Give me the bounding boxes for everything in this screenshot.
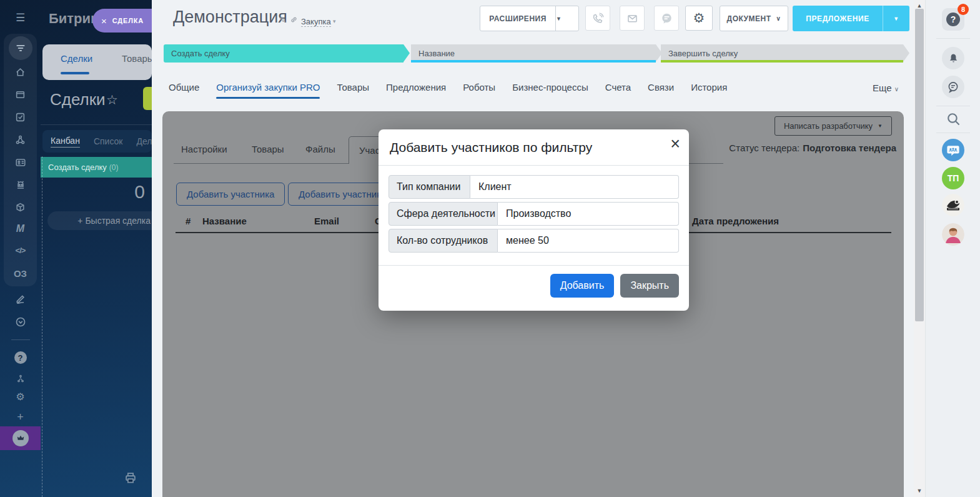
view-activities[interactable]: Дела: [136, 136, 152, 146]
pipeline-stage-name[interactable]: Название: [411, 44, 656, 63]
company-logo-avatar[interactable]: [942, 194, 964, 216]
tasks-check-icon[interactable]: [0, 111, 41, 123]
kanban-column-total: 0: [75, 181, 145, 203]
rail-divider: [936, 38, 970, 39]
stage-underline: [411, 60, 656, 63]
tab-general[interactable]: Общие: [169, 82, 199, 94]
edit-pencil-icon[interactable]: ✎: [279, 15, 287, 25]
user-avatar-initials[interactable]: ТП: [942, 167, 964, 189]
home-icon[interactable]: [0, 66, 41, 78]
tab-products[interactable]: Товары: [337, 82, 369, 94]
marketing-icon[interactable]: M: [0, 224, 41, 234]
tab-business-processes[interactable]: Бизнес-процессы: [512, 82, 588, 94]
employees-label: Кол-во сотрудников: [389, 229, 498, 253]
stage-label: Название: [418, 49, 455, 58]
add-deal-button-fragment[interactable]: [143, 87, 152, 110]
network-share-icon[interactable]: [0, 134, 41, 145]
document-caret-icon: ∨: [776, 15, 781, 22]
more-caret-icon: ∨: [894, 86, 899, 93]
tab-invoices[interactable]: Счета: [605, 82, 631, 94]
email-button[interactable]: [620, 6, 645, 31]
bot-icon[interactable]: [0, 179, 41, 191]
chip-close-icon[interactable]: ×: [101, 16, 107, 26]
subscription-item[interactable]: [0, 426, 41, 450]
user-avatar-photo[interactable]: [942, 223, 964, 246]
settings-gear-button[interactable]: ⚙: [685, 6, 713, 31]
copy-link-icon[interactable]: [290, 15, 298, 26]
modal-add-button[interactable]: Добавить: [550, 274, 615, 298]
sites-window-icon[interactable]: [0, 89, 41, 100]
help-button[interactable]: ? 8: [942, 8, 964, 31]
tab-organize-purchases-pro[interactable]: Организуй закупки PRO: [216, 82, 320, 94]
modal-title: Добавить участников по фильтру: [390, 140, 592, 155]
settings-gear-icon[interactable]: ⚙: [0, 392, 41, 402]
extensions-button[interactable]: РАСШИРЕНИЯ ▼: [480, 6, 579, 31]
right-rail: ? 8 ТП: [925, 0, 980, 497]
crm-funnel-icon[interactable]: [9, 36, 32, 60]
employees-field[interactable]: менее 50: [498, 229, 679, 253]
rail-divider: [936, 106, 970, 106]
call-phone-button[interactable]: [585, 6, 610, 31]
notifications-bell-icon[interactable]: [942, 47, 964, 69]
stage-underline: [661, 60, 903, 63]
scrollbar-thumb[interactable]: [915, 9, 924, 321]
deal-slider-panel: Демонстрация ✎ Закупка ▾ РАСШИРЕНИЯ ▼ ⚙ …: [152, 0, 914, 497]
filter-row-employees: Кол-во сотрудников менее 50: [389, 229, 679, 253]
app-content-panel: Написать разработчику ▼ Статус тендера:П…: [162, 111, 904, 497]
crown-icon: [12, 430, 29, 446]
more-label: Еще: [873, 83, 892, 93]
stage-label: Создать сделку: [171, 49, 230, 58]
printer-icon[interactable]: [124, 471, 137, 487]
oz-icon[interactable]: ОЗ: [0, 269, 41, 278]
quick-deal-button[interactable]: + Быстрая сделка: [47, 211, 152, 230]
filter-row-industry: Сфера деятельности Производство: [389, 202, 679, 226]
more-chevron-icon[interactable]: [0, 316, 41, 328]
industry-label: Сфера деятельности: [389, 202, 498, 226]
vertical-scrollbar[interactable]: ▲ ▼: [914, 0, 925, 497]
scroll-up-icon[interactable]: ▲: [914, 3, 925, 9]
menu-icon[interactable]: ☰: [0, 13, 41, 23]
modal-close-icon[interactable]: ×: [670, 136, 680, 153]
view-list[interactable]: Список: [94, 136, 123, 146]
kanban-column-header[interactable]: Создать сделку (0): [41, 157, 152, 178]
pipeline-stage-finish[interactable]: Завершить сделку: [661, 44, 903, 63]
tab-more[interactable]: Еще ∨: [873, 83, 899, 93]
extensions-caret-icon[interactable]: ▼: [556, 16, 578, 22]
modal-body: Тип компании Клиент Сфера деятельности П…: [379, 166, 689, 265]
company-type-field[interactable]: Клиент: [470, 175, 679, 199]
sign-pen-icon[interactable]: [0, 293, 41, 304]
tab-links[interactable]: Связи: [648, 82, 674, 94]
chat-users-avatar[interactable]: [942, 139, 964, 161]
favorite-star-icon[interactable]: ☆: [106, 93, 118, 108]
industry-field[interactable]: Производство: [498, 202, 679, 226]
tab-history[interactable]: История: [691, 82, 727, 94]
dev-code-icon[interactable]: </>: [0, 246, 41, 254]
screen: ☰ M </> ОЗ: [0, 0, 980, 497]
view-kanban[interactable]: Канбан: [51, 136, 80, 148]
tab-products[interactable]: Товары: [122, 53, 152, 64]
modal-close-button[interactable]: Закрыть: [620, 274, 679, 298]
avatar-initials: ТП: [948, 173, 959, 183]
document-button[interactable]: ДОКУМЕНТ ∨: [720, 6, 788, 31]
chat-button[interactable]: [654, 6, 679, 31]
tab-deals[interactable]: Сделки: [61, 53, 92, 64]
proposal-button[interactable]: ПРЕДЛОЖЕНИЕ ▼: [793, 6, 909, 31]
document-label: ДОКУМЕНТ: [727, 14, 771, 23]
automation-icon[interactable]: [0, 373, 41, 383]
search-icon[interactable]: [946, 111, 961, 129]
modal-header: Добавить участников по фильтру ×: [379, 129, 689, 166]
add-plus-icon[interactable]: +: [0, 411, 41, 423]
pipeline-stage-create[interactable]: Создать сделку: [164, 44, 403, 63]
market-cube-icon[interactable]: [0, 201, 41, 213]
tab-proposals[interactable]: Предложения: [386, 82, 446, 94]
help-icon[interactable]: ?: [0, 351, 41, 364]
slider-label-chip[interactable]: × СДЕЛКА: [92, 9, 152, 33]
messenger-icon[interactable]: [942, 76, 964, 98]
company-type-label: Тип компании: [389, 175, 470, 199]
scroll-down-icon[interactable]: ▼: [914, 488, 925, 494]
contacts-card-icon[interactable]: [0, 156, 41, 168]
proposal-caret-icon[interactable]: ▼: [883, 16, 909, 22]
kanban-column-border: [42, 156, 42, 497]
tab-robots[interactable]: Роботы: [463, 82, 495, 94]
deal-category-link[interactable]: Закупка: [301, 17, 331, 27]
